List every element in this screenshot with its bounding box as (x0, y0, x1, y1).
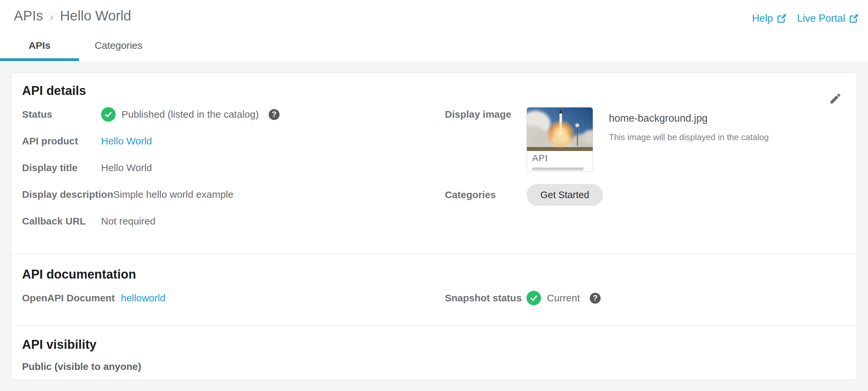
display-image-meta: home-background.jpg This image will be d… (609, 107, 769, 142)
display-image-label: Display image (445, 107, 527, 122)
main-content: API details Status (0, 61, 868, 391)
status-value: Published (listed in the catalog) (122, 107, 259, 122)
categories-row: Categories Get Started (445, 184, 846, 206)
api-documentation-title: API documentation (22, 268, 846, 282)
live-portal-link-label: Live Portal (797, 12, 845, 24)
display-description-value: Simple hello world example (113, 187, 234, 202)
thumbnail-card-body: API (527, 151, 593, 172)
callback-url-row: Callback URL Not required (22, 214, 445, 228)
display-title-label: Display title (22, 161, 101, 175)
categories-label: Categories (445, 188, 527, 202)
check-circle-icon (527, 291, 541, 305)
openapi-document-label: OpenAPI Document (22, 291, 121, 305)
header: APIs › Hello World Help Live Portal (0, 0, 868, 61)
callback-url-value: Not required (101, 214, 155, 228)
api-details-section: API details Status (11, 73, 857, 253)
display-title-value: Hello World (101, 161, 152, 175)
api-product-row: API product Hello World (22, 134, 445, 148)
display-image-row: Display image (445, 107, 846, 172)
api-documentation-section: API documentation OpenAPI Document hello… (11, 253, 857, 325)
tab-apis[interactable]: APIs (0, 35, 79, 61)
rocket-launch-photo (527, 108, 593, 151)
details-right-column: Display image (445, 107, 846, 218)
breadcrumb-root[interactable]: APIs (14, 8, 43, 24)
help-link[interactable]: Help (752, 12, 787, 24)
display-description-row: Display description Simple hello world e… (22, 187, 445, 202)
live-portal-link[interactable]: Live Portal (797, 12, 859, 24)
question-mark-icon[interactable]: ? (590, 293, 600, 304)
openapi-document-row: OpenAPI Document helloworld (22, 291, 445, 305)
status-row: Status Published (listed in the catalog)… (22, 107, 445, 122)
api-visibility-title: API visibility (22, 338, 846, 352)
details-left-column: Status Published (listed in the catalog)… (22, 107, 445, 241)
api-visibility-value: Public (visible to anyone) (22, 361, 846, 372)
status-label: Status (22, 107, 101, 122)
tab-bar: APIs Categories (0, 35, 158, 61)
help-link-label: Help (752, 12, 773, 24)
header-links: Help Live Portal (752, 12, 859, 24)
docs-right-column: Snapshot status Current ? (445, 291, 846, 317)
display-image-thumbnail: API (527, 107, 593, 172)
openapi-document-link[interactable]: helloworld (121, 291, 165, 305)
display-title-row: Display title Hello World (22, 161, 445, 175)
api-product-label: API product (22, 134, 101, 148)
chevron-right-icon: › (50, 10, 53, 23)
api-visibility-section: API visibility Public (visible to anyone… (11, 325, 857, 381)
question-mark-icon[interactable]: ? (269, 109, 280, 120)
snapshot-status-value: Current (547, 291, 580, 305)
breadcrumb-current: Hello World (60, 8, 131, 24)
callback-url-label: Callback URL (22, 214, 101, 228)
category-tag[interactable]: Get Started (527, 184, 603, 206)
external-link-icon (849, 13, 859, 23)
external-link-icon (777, 13, 787, 23)
check-circle-icon (101, 107, 116, 122)
api-product-link[interactable]: Hello World (101, 134, 152, 148)
docs-left-column: OpenAPI Document helloworld (22, 291, 445, 317)
snapshot-status-label: Snapshot status (445, 291, 527, 305)
tab-categories[interactable]: Categories (79, 35, 158, 61)
page: APIs › Hello World Help Live Portal (0, 0, 868, 391)
api-details-title: API details (22, 84, 846, 98)
thumbnail-api-text: API (532, 153, 587, 164)
snapshot-status-row: Snapshot status Current ? (445, 291, 846, 305)
thumbnail-placeholder-bar (532, 167, 584, 170)
display-description-label: Display description (22, 187, 113, 202)
api-card: API details Status (11, 73, 857, 380)
breadcrumb: APIs › Hello World (14, 8, 131, 24)
display-image-filename: home-background.jpg (609, 112, 769, 124)
display-image-caption: This image will be displayed in the cata… (609, 132, 769, 142)
pencil-icon[interactable] (829, 92, 842, 105)
